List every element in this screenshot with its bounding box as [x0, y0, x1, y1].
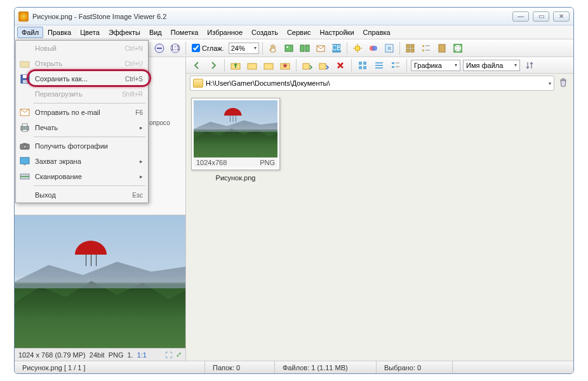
nav-back-button[interactable]: [190, 58, 204, 72]
resize-button[interactable]: [382, 41, 396, 55]
menu-save-as[interactable]: Сохранить как... Ctrl+S: [16, 71, 148, 86]
thumbnail-area[interactable]: 1024x768 PNG Рисунок.png: [186, 93, 573, 361]
delete-button[interactable]: [333, 58, 347, 72]
brightness-button[interactable]: [351, 41, 364, 55]
svg-rect-60: [23, 164, 26, 165]
maximize-button[interactable]: ▭: [533, 11, 549, 22]
submenu-arrow-icon: ▸: [140, 124, 143, 131]
submenu-arrow-icon: ▸: [140, 158, 143, 164]
folder-up-button[interactable]: [229, 58, 243, 72]
menu-file[interactable]: Файл: [17, 27, 43, 38]
status-selected: Выбрано: 0: [377, 361, 453, 373]
menu-view[interactable]: Вид: [145, 27, 166, 38]
zoom-combo[interactable]: 24%: [229, 43, 259, 54]
scan-icon: [20, 171, 30, 182]
move-to-button[interactable]: [317, 58, 331, 72]
capture-icon: [20, 156, 30, 166]
nav-forward-button[interactable]: [206, 58, 220, 72]
browser-toolbar: ★ Графика Имя файла: [186, 57, 573, 74]
folder-favorite-button[interactable]: ★: [278, 58, 292, 72]
svg-rect-35: [303, 64, 309, 69]
svg-rect-59: [20, 157, 29, 164]
svg-rect-38: [363, 62, 366, 65]
menu-tag[interactable]: Пометка: [166, 27, 203, 38]
svg-rect-23: [411, 49, 414, 52]
svg-rect-25: [422, 50, 424, 51]
zoom-actual-button[interactable]: 1:1: [168, 41, 182, 55]
batch-convert-button[interactable]: CB: [330, 41, 344, 55]
menu-print[interactable]: Печать ▸: [16, 120, 148, 135]
color-adjust-button[interactable]: [366, 41, 380, 55]
new-icon: [20, 43, 30, 53]
sort-order-button[interactable]: [523, 58, 537, 72]
path-text: H:\User\Gamer\Documents\Документы\: [206, 79, 330, 87]
preview-bit: 24bit: [90, 351, 105, 359]
minimize-button[interactable]: —: [512, 11, 529, 22]
svg-rect-50: [23, 75, 27, 78]
titlebar: Рисунок.png - FastStone Image Viewer 6.2…: [15, 8, 573, 25]
smoothing-label: Сглаж.: [202, 44, 224, 52]
camera-icon: [20, 141, 30, 151]
filter-combo[interactable]: Графика: [411, 60, 460, 71]
svg-rect-44: [392, 62, 394, 64]
view-list-button[interactable]: [419, 41, 433, 55]
svg-rect-5: [286, 46, 288, 48]
svg-rect-39: [359, 66, 362, 69]
preview-dims: 1024 x 768 (0.79 MP): [18, 351, 86, 359]
save-icon: [20, 74, 30, 84]
copy-to-button[interactable]: [300, 58, 314, 72]
preview-ratio: 1:1: [137, 351, 147, 359]
menu-scan[interactable]: Сканирование ▸: [16, 169, 148, 184]
preview-page: 1.: [128, 351, 133, 359]
reload-icon: [20, 89, 30, 99]
menu-help[interactable]: Справка: [359, 27, 395, 38]
close-button[interactable]: ✕: [553, 11, 570, 22]
menu-tools[interactable]: Сервис: [283, 27, 316, 38]
svg-rect-21: [411, 44, 414, 48]
sort-combo[interactable]: Имя файла: [463, 60, 520, 71]
detail-view-button[interactable]: [389, 58, 403, 72]
thumb-view-button[interactable]: [356, 58, 370, 72]
view-thumbnails-button[interactable]: [403, 41, 417, 55]
list-view-button[interactable]: [372, 58, 386, 72]
zoom-out-button[interactable]: [152, 41, 166, 55]
email-tool-button[interactable]: [314, 41, 328, 55]
menu-effects[interactable]: Эффекты: [104, 27, 145, 38]
trash-icon[interactable]: [558, 77, 568, 88]
main-window: Рисунок.png - FastStone Image Viewer 6.2…: [14, 7, 574, 374]
folder-home-button[interactable]: [245, 58, 259, 72]
menu-settings[interactable]: Настройки: [316, 27, 359, 38]
fullscreen-button[interactable]: [451, 41, 465, 55]
menu-screen-capture[interactable]: Захват экрана ▸: [16, 154, 148, 169]
thumb-filename: Рисунок.png: [191, 170, 280, 182]
path-bar[interactable]: H:\User\Gamer\Documents\Документы\: [190, 76, 554, 91]
menu-colors[interactable]: Цвета: [76, 27, 104, 38]
svg-rect-40: [363, 66, 366, 69]
thumbnail-item[interactable]: 1024x768 PNG Рисунок.png: [191, 98, 280, 182]
menu-open[interactable]: Открыть Ctrl+U: [16, 56, 148, 71]
menu-send-email[interactable]: Отправить по e-mail F6: [16, 105, 148, 120]
menu-new[interactable]: Новый Ctrl+N: [16, 41, 148, 56]
fit-icon[interactable]: ⛶: [165, 351, 172, 359]
svg-rect-20: [406, 44, 410, 48]
print-icon: [20, 123, 30, 133]
preview-image[interactable]: [15, 215, 185, 348]
view-details-button[interactable]: [435, 41, 449, 55]
slideshow-button[interactable]: [282, 41, 296, 55]
menubar: Файл Правка Цвета Эффекты Вид Пометка Из…: [15, 25, 573, 39]
status-files: Файлов: 1 (1.11 MB): [275, 361, 377, 373]
svg-rect-55: [22, 130, 27, 131]
svg-rect-36: [319, 64, 326, 69]
menu-edit[interactable]: Правка: [43, 27, 76, 38]
smoothing-checkbox[interactable]: Сглаж.: [192, 44, 224, 52]
compare-button[interactable]: [298, 41, 312, 55]
menu-favorites[interactable]: Избранное: [203, 27, 247, 38]
menu-create[interactable]: Создать: [247, 27, 283, 38]
menu-reload[interactable]: Перезагрузить Shift+R: [16, 86, 148, 102]
menu-exit[interactable]: Выход Esc: [16, 187, 148, 203]
hand-tool-button[interactable]: [266, 41, 280, 55]
menu-acquire-photos[interactable]: Получить фотографии: [16, 138, 148, 154]
svg-rect-4: [285, 45, 293, 51]
folder-desktop-button[interactable]: [262, 58, 276, 72]
expand-icon[interactable]: ⤢: [176, 351, 182, 359]
